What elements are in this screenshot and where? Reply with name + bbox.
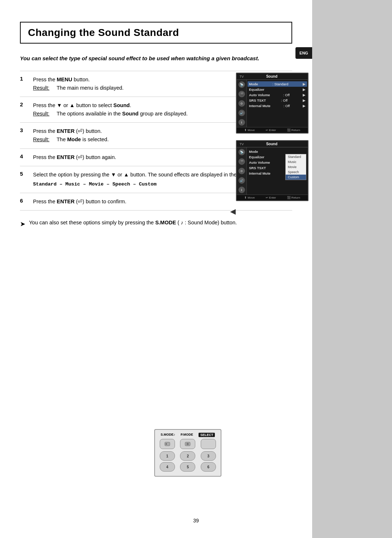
tv-menu-2: TV Sound 📡 🎬 ⚙ 🔊 ℹ Mode Equalizer: [236, 140, 309, 201]
menu1-item-equalizer: Equalizer ▶: [249, 87, 306, 92]
icon-antenna: 📡: [238, 81, 245, 88]
step-3-result-label: Result:: [33, 135, 53, 144]
menu1-icons: 📡 🎬 ⚙ 🔊 ℹ: [237, 80, 247, 127]
icon-info: ℹ: [238, 119, 245, 126]
icon2-settings: ⚙: [238, 168, 245, 174]
btn-4[interactable]: 4: [160, 462, 175, 472]
menu2-header: TV Sound: [237, 141, 308, 147]
menu1-header: TV Sound: [237, 73, 308, 80]
menu1-item-mute: Internal Mute : Off ▶: [249, 103, 306, 109]
menu1-item-autovolume: Auto Volume : Off ▶: [249, 92, 306, 98]
step-5-num: 5: [20, 166, 33, 193]
step-1-result-label: Result:: [33, 84, 53, 92]
btn-3[interactable]: 3: [201, 451, 216, 461]
pmode-label: P.MODE: [181, 433, 193, 437]
btn-5[interactable]: 5: [180, 462, 195, 472]
sidebar: [312, 0, 392, 538]
menu2-icons: 📡 🎬 ⚙ 🔊 ℹ: [237, 147, 247, 195]
menu1-footer-enter: ↩ Enter: [266, 129, 276, 132]
dropdown-list: Standard Music Movie Speech Custom: [285, 154, 306, 180]
pmode-button[interactable]: [180, 439, 195, 449]
note-section: ➤ You can also set these options simply …: [20, 219, 292, 229]
remote-row-123: 1 2 3: [158, 451, 218, 461]
note-text: You can also set these options simply by…: [29, 219, 237, 227]
intro-text: You can select the type of special sound…: [20, 54, 292, 63]
step-3-result-text: The Mode is selected.: [57, 135, 109, 144]
remote-top-buttons: [158, 439, 218, 449]
remote-control: S.MODE♪ P.MODE SELECT: [154, 429, 221, 477]
icon-settings: ⚙: [238, 100, 245, 107]
menu2-tv-label: TV: [240, 142, 244, 146]
step-1-result-text: The main menu is displayed.: [57, 84, 124, 92]
smode-button[interactable]: [160, 439, 175, 449]
step-3-num: 3: [20, 123, 33, 148]
menu2-item-mode: Mode: [249, 149, 306, 154]
smode-label: S.MODE♪: [161, 433, 175, 437]
svg-point-4: [187, 443, 189, 445]
select-button[interactable]: [201, 439, 216, 449]
remote-left-arrow: ◀: [230, 207, 236, 216]
dropdown-custom: Custom: [286, 175, 306, 180]
icon2-info: ℹ: [238, 187, 245, 193]
menu1-footer-move: ⬆ Move: [244, 129, 255, 132]
step-2-result-text: The options available in the Sound group…: [57, 110, 188, 118]
icon2-antenna: 📡: [238, 149, 245, 155]
menu1-items: Mode : Standard ▶ Equalizer ▶ Auto Volum…: [247, 80, 308, 127]
select-label: SELECT: [199, 433, 215, 437]
menu2-sound-label: Sound: [266, 142, 277, 146]
icon2-film: 🎬: [238, 158, 245, 165]
dropdown-movie: Movie: [286, 164, 306, 170]
step-2-num: 2: [20, 97, 33, 122]
menu2-footer: ⬆ Move ↩ Enter ⬛ Return: [237, 195, 308, 200]
dropdown-speech: Speech: [286, 170, 306, 175]
icon-film: 🎬: [238, 91, 245, 97]
screenshots-area: TV Sound 📡 🎬 ⚙ 🔊 ℹ Mode : Standard ▶ Equ…: [236, 73, 309, 211]
remote-row-456: 4 5 6: [158, 462, 218, 472]
dropdown-standard: Standard: [286, 154, 306, 159]
page-number: 39: [193, 518, 199, 523]
dropdown-music: Music: [286, 159, 306, 164]
tv-menu-1: TV Sound 📡 🎬 ⚙ 🔊 ℹ Mode : Standard ▶ Equ…: [236, 73, 309, 134]
menu1-item-mode: Mode : Standard ▶: [248, 81, 307, 87]
icon2-sound: 🔊: [238, 177, 245, 184]
page-title: Changing the Sound Standard: [28, 27, 284, 38]
step-1-num: 1: [20, 71, 33, 97]
step-4-num: 4: [20, 148, 33, 166]
step-6-num: 6: [20, 193, 33, 210]
menu2-footer-enter: ↩ Enter: [266, 196, 276, 199]
menu1-item-srs: SRS TSXT : Off ▶: [249, 98, 306, 103]
note-arrow-icon: ➤: [20, 219, 25, 229]
menu1-tv-label: TV: [240, 75, 244, 78]
menu2-body: 📡 🎬 ⚙ 🔊 ℹ Mode Equalizer Auto Volume: [237, 147, 308, 195]
btn-6[interactable]: 6: [201, 462, 216, 472]
icon-sound: 🔊: [238, 110, 245, 116]
btn-2[interactable]: 2: [180, 451, 195, 461]
remote-labels: S.MODE♪ P.MODE SELECT: [158, 433, 218, 437]
menu1-sound-label: Sound: [266, 74, 277, 78]
title-box: Changing the Sound Standard: [20, 22, 292, 44]
menu1-body: 📡 🎬 ⚙ 🔊 ℹ Mode : Standard ▶ Equalizer ▶ …: [237, 80, 308, 127]
menu1-footer-return: ⬛ Return: [287, 129, 300, 132]
step-2-result-label: Result:: [33, 110, 53, 118]
menu2-footer-return: ⬛ Return: [287, 196, 300, 199]
menu2-footer-move: ⬆ Move: [244, 196, 255, 199]
btn-1[interactable]: 1: [160, 451, 175, 461]
menu1-footer: ⬆ Move ↩ Enter ⬛ Return: [237, 127, 308, 133]
